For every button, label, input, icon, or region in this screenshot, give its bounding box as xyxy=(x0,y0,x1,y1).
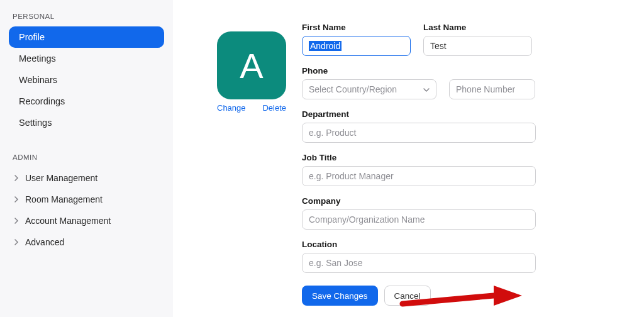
location-label: Location xyxy=(302,240,619,249)
sidebar-item-room-management[interactable]: Room Management xyxy=(9,189,164,210)
department-label: Department xyxy=(302,109,619,119)
sidebar-item-label: Recordings xyxy=(19,96,65,106)
sidebar-item-label: User Management xyxy=(25,173,97,183)
first-name-value: Android xyxy=(309,41,341,51)
sidebar: PERSONAL Profile Meetings Webinars Recor… xyxy=(0,0,173,317)
chevron-down-icon xyxy=(423,84,430,94)
sidebar-item-label: Advanced xyxy=(25,237,64,247)
phone-number-field[interactable] xyxy=(449,79,535,99)
company-field[interactable] xyxy=(302,209,536,230)
sidebar-item-label: Room Management xyxy=(25,194,103,204)
sidebar-section-personal: PERSONAL xyxy=(13,13,164,20)
job-title-field[interactable] xyxy=(302,166,536,186)
sidebar-item-account-management[interactable]: Account Management xyxy=(9,210,164,231)
avatar-initial: A xyxy=(240,45,263,86)
job-title-label: Job Title xyxy=(302,153,619,162)
company-label: Company xyxy=(302,196,619,206)
last-name-label: Last Name xyxy=(423,23,532,32)
sidebar-section-admin: ADMIN xyxy=(13,153,164,161)
department-field[interactable] xyxy=(302,123,536,143)
sidebar-item-settings[interactable]: Settings xyxy=(9,112,164,133)
sidebar-item-meetings[interactable]: Meetings xyxy=(9,48,164,69)
avatar[interactable]: A xyxy=(217,31,286,99)
location-field[interactable] xyxy=(302,253,536,273)
sidebar-item-recordings[interactable]: Recordings xyxy=(9,91,164,112)
sidebar-item-label: Webinars xyxy=(19,75,57,85)
phone-label: Phone xyxy=(302,66,619,75)
sidebar-item-label: Meetings xyxy=(19,53,56,64)
chevron-right-icon xyxy=(13,175,21,181)
first-name-field[interactable]: Android xyxy=(302,36,411,56)
save-changes-button[interactable]: Save Changes xyxy=(302,286,378,306)
avatar-change-link[interactable]: Change xyxy=(217,103,246,113)
sidebar-item-label: Account Management xyxy=(25,216,111,226)
sidebar-item-profile[interactable]: Profile xyxy=(9,26,164,48)
last-name-field[interactable] xyxy=(423,36,532,56)
sidebar-item-user-management[interactable]: User Management xyxy=(9,167,164,189)
phone-country-select[interactable]: Select Country/Region xyxy=(302,79,436,99)
save-button-label: Save Changes xyxy=(312,291,368,301)
cancel-button[interactable]: Cancel xyxy=(384,286,431,306)
profile-form-area: A Change Delete First Name Android Last … xyxy=(173,0,644,317)
phone-country-placeholder: Select Country/Region xyxy=(309,84,397,94)
chevron-right-icon xyxy=(13,196,21,203)
sidebar-item-advanced[interactable]: Advanced xyxy=(9,231,164,253)
sidebar-item-label: Profile xyxy=(19,32,45,42)
cancel-button-label: Cancel xyxy=(394,291,421,301)
sidebar-item-label: Settings xyxy=(19,118,52,128)
first-name-label: First Name xyxy=(302,23,411,32)
chevron-right-icon xyxy=(13,218,21,224)
chevron-right-icon xyxy=(13,239,21,245)
avatar-delete-link[interactable]: Delete xyxy=(262,103,286,113)
sidebar-item-webinars[interactable]: Webinars xyxy=(9,69,164,91)
